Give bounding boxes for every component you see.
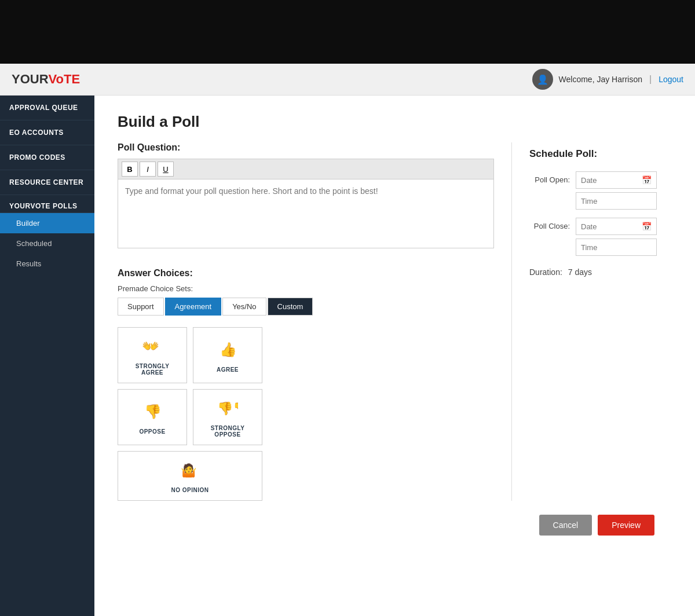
premade-choice-sets-label: Premade Choice Sets: [118, 284, 494, 293]
poll-open-row: Poll Open: 📅 [529, 171, 657, 210]
duration-value: 7 days [568, 267, 592, 277]
pipe: | [649, 74, 652, 85]
bold-button[interactable]: B [122, 162, 138, 177]
poll-open-date-input[interactable]: 📅 [576, 171, 657, 189]
calendar-icon-close: 📅 [642, 222, 652, 231]
poll-question-label: Poll Question: [118, 142, 494, 153]
svg-text:🤷: 🤷 [181, 463, 197, 478]
sidebar-item-promo-codes[interactable]: PROMO CODES [0, 145, 94, 170]
poll-close-time-field[interactable] [581, 243, 652, 252]
sidebar: APPROVAL QUEUE EO ACCOUNTS PROMO CODES R… [0, 96, 94, 616]
avatar: 👤 [532, 69, 553, 90]
underline-button[interactable]: U [158, 162, 174, 177]
header: YOURVoTE 👤 Welcome, Jay Harrison | Logou… [0, 64, 695, 96]
strongly-oppose-label: STRONGLYOPPOSE [211, 425, 245, 438]
poll-open-time-field[interactable] [581, 197, 652, 206]
agree-label: AGREE [217, 366, 239, 373]
duration-label: Duration: [529, 267, 562, 277]
answer-card-agree[interactable]: 👍 AGREE [193, 327, 262, 383]
poll-close-inputs: 📅 [576, 218, 657, 256]
answer-choices-label: Answer Choices: [118, 268, 494, 278]
poll-open-time-input[interactable] [576, 192, 657, 210]
top-bar [0, 0, 695, 64]
logout-link[interactable]: Logout [659, 75, 683, 84]
choice-btn-agreement[interactable]: Agreement [165, 298, 222, 316]
poll-close-date-input[interactable]: 📅 [576, 218, 657, 235]
answer-card-oppose[interactable]: 👎 OPPOSE [118, 389, 187, 445]
preview-button[interactable]: Preview [598, 515, 654, 536]
main-inner: Build a Poll Poll Question: B I U Answer… [118, 113, 672, 547]
poll-open-label: Poll Open: [529, 171, 570, 184]
poll-open-date-field[interactable] [581, 176, 642, 185]
choice-btn-yesno[interactable]: Yes/No [222, 298, 266, 316]
calendar-icon-open: 📅 [642, 175, 652, 185]
duration-row: Duration: 7 days [529, 267, 657, 277]
sidebar-section-yourvote-polls: YOURVOTE POLLS [0, 195, 94, 213]
poll-close-date-field[interactable] [581, 222, 642, 231]
sidebar-item-results[interactable]: Results [0, 254, 94, 274]
svg-text:👎: 👎 [144, 403, 162, 420]
sidebar-item-resource-center[interactable]: RESOURCE CENTER [0, 170, 94, 195]
cancel-button[interactable]: Cancel [539, 515, 592, 536]
poll-close-row: Poll Close: 📅 [529, 218, 657, 256]
poll-close-label: Poll Close: [529, 218, 570, 230]
choice-btn-support[interactable]: Support [118, 298, 164, 316]
schedule-title: Schedule Poll: [529, 148, 657, 160]
answer-cards-grid: 👐 STRONGLYAGREE 👍 [118, 327, 494, 445]
agree-icon: 👍 [217, 340, 238, 362]
svg-text:👐: 👐 [142, 338, 159, 354]
poll-open-inputs: 📅 [576, 171, 657, 210]
schedule-panel: Schedule Poll: Poll Open: 📅 [529, 142, 657, 501]
sidebar-item-eo-accounts[interactable]: EO ACCOUNTS [0, 120, 94, 145]
vertical-divider [511, 142, 512, 501]
choice-btn-custom[interactable]: Custom [268, 298, 313, 316]
poll-question-input[interactable] [118, 179, 494, 248]
page-title: Build a Poll [118, 113, 672, 131]
editor-toolbar: B I U [118, 159, 494, 179]
answer-card-strongly-oppose[interactable]: 👎👎 STRONGLYOPPOSE [193, 389, 262, 445]
no-opinion-label: NO OPINION [171, 487, 209, 493]
main-content: Build a Poll Poll Question: B I U Answer… [94, 96, 695, 616]
poll-builder-left: Poll Question: B I U Answer Choices: Pre… [118, 142, 494, 501]
oppose-icon: 👎 [142, 402, 163, 424]
avatar-icon: 👤 [537, 74, 548, 85]
sidebar-item-scheduled[interactable]: Scheduled [0, 233, 94, 254]
logo: YOURVoTE [12, 72, 80, 87]
answer-card-no-opinion[interactable]: 🤷 NO OPINION [118, 451, 262, 501]
logo-your: YOUR [12, 72, 49, 87]
sidebar-item-builder[interactable]: Builder [0, 213, 94, 233]
svg-text:👎👎: 👎👎 [217, 401, 238, 416]
sidebar-item-approval-queue[interactable]: APPROVAL QUEUE [0, 96, 94, 120]
layout: APPROVAL QUEUE EO ACCOUNTS PROMO CODES R… [0, 96, 695, 616]
italic-button[interactable]: I [140, 162, 156, 177]
oppose-label: OPPOSE [139, 428, 165, 435]
choice-sets: Support Agreement Yes/No Custom [118, 298, 494, 316]
answer-card-strongly-agree[interactable]: 👐 STRONGLYAGREE [118, 327, 187, 383]
strongly-agree-icon: 👐 [142, 337, 163, 358]
content-flex: Poll Question: B I U Answer Choices: Pre… [118, 142, 672, 501]
header-right: 👤 Welcome, Jay Harrison | Logout [532, 69, 683, 90]
answer-choices-section: Answer Choices: Premade Choice Sets: Sup… [118, 268, 494, 501]
no-opinion-icon: 🤷 [180, 461, 200, 482]
svg-text:👍: 👍 [220, 341, 237, 358]
poll-close-time-input[interactable] [576, 239, 657, 256]
welcome-text: Welcome, Jay Harrison [559, 75, 642, 84]
logo-vote: VoTE [49, 72, 81, 87]
action-buttons-row: Cancel Preview [522, 503, 672, 547]
strongly-agree-label: STRONGLYAGREE [136, 363, 170, 376]
strongly-oppose-icon: 👎👎 [217, 399, 238, 420]
